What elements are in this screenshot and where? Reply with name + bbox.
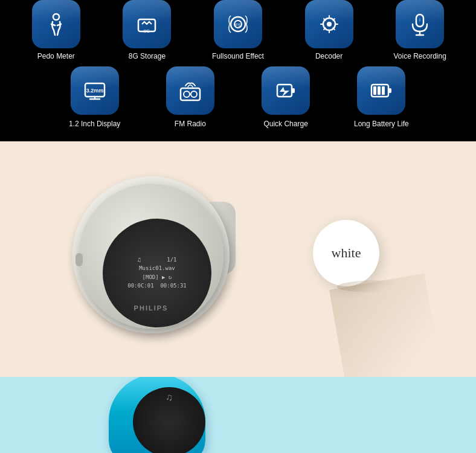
feature-voice-recording: Voice Recording <box>376 0 464 60</box>
svg-point-7 <box>327 22 332 27</box>
blue-device-screen: ♫ <box>133 387 205 453</box>
blue-device-section: ♫ <box>0 377 476 453</box>
pedo-meter-icon <box>32 0 80 48</box>
philips-logo: PHILIPS <box>134 304 169 312</box>
top-features-row: Pedo Meter 8G 8G Storage FS Fullsound Ef… <box>0 0 476 66</box>
svg-point-0 <box>53 14 59 20</box>
music-note-icon: ♫ <box>166 392 173 403</box>
side-button <box>76 253 83 266</box>
svg-rect-25 <box>388 88 391 93</box>
display-label: 1.2 Inch Display <box>69 120 120 129</box>
8g-storage-icon: 8G <box>123 0 171 48</box>
feature-pedo-meter: Pedo Meter <box>12 0 100 60</box>
battery-icon <box>357 66 405 115</box>
svg-rect-26 <box>373 86 376 95</box>
quick-charge-label: Quick Charge <box>263 120 307 129</box>
quick-charge-icon <box>262 66 310 115</box>
svg-point-17 <box>184 91 190 97</box>
blue-device-body: ♫ <box>109 377 205 453</box>
feature-8g-storage: 8G 8G Storage <box>103 0 191 60</box>
decoder-icon <box>305 0 353 48</box>
screen-text: ♫ 1/1 Music01.wav [MOD] ▶ ↻ 00:0C:01 00:… <box>127 255 187 291</box>
feature-battery: Long Battery Life <box>335 66 428 129</box>
voice-recording-label: Voice Recording <box>394 52 446 60</box>
feature-decoder: Decoder <box>285 0 373 60</box>
white-device-section: ♫ 1/1 Music01.wav [MOD] ▶ ↻ 00:0C:01 00:… <box>0 141 476 377</box>
svg-rect-28 <box>382 86 385 95</box>
feature-fm-radio: FM Radio <box>144 66 236 129</box>
fullsound-label: Fullsound Effect <box>212 52 264 60</box>
device-body: ♫ 1/1 Music01.wav [MOD] ▶ ↻ 00:0C:01 00:… <box>79 184 224 329</box>
voice-recording-icon <box>396 0 444 48</box>
fm-radio-label: FM Radio <box>175 120 206 129</box>
white-device-illustration: ♫ 1/1 Music01.wav [MOD] ▶ ↻ 00:0C:01 00:… <box>72 165 242 341</box>
bottom-features-row: 3.2mm 1.2 Inch Display FM Radio <box>0 66 476 141</box>
display-icon: 3.2mm <box>71 66 119 115</box>
svg-rect-21 <box>292 88 295 93</box>
fullsound-icon: FS <box>214 0 262 48</box>
fm-radio-icon <box>166 66 214 115</box>
svg-point-18 <box>191 91 197 97</box>
feature-fullsound: FS Fullsound Effect <box>194 0 282 60</box>
feature-quick-charge: Quick Charge <box>240 66 332 129</box>
color-badge-text: white <box>332 245 361 261</box>
svg-text:FS: FS <box>235 22 241 28</box>
svg-text:3.2mm: 3.2mm <box>86 88 103 94</box>
battery-label: Long Battery Life <box>354 120 409 129</box>
8g-storage-label: 8G Storage <box>129 52 166 60</box>
svg-rect-27 <box>378 86 381 95</box>
decoder-label: Decoder <box>315 52 343 60</box>
svg-text:8G: 8G <box>144 28 150 34</box>
color-badge-white: white <box>313 220 379 286</box>
blue-device-illustration: ♫ <box>97 377 217 453</box>
feature-display: 3.2mm 1.2 Inch Display <box>48 66 141 129</box>
svg-marker-23 <box>280 87 289 97</box>
pedo-meter-label: Pedo Meter <box>37 52 75 60</box>
